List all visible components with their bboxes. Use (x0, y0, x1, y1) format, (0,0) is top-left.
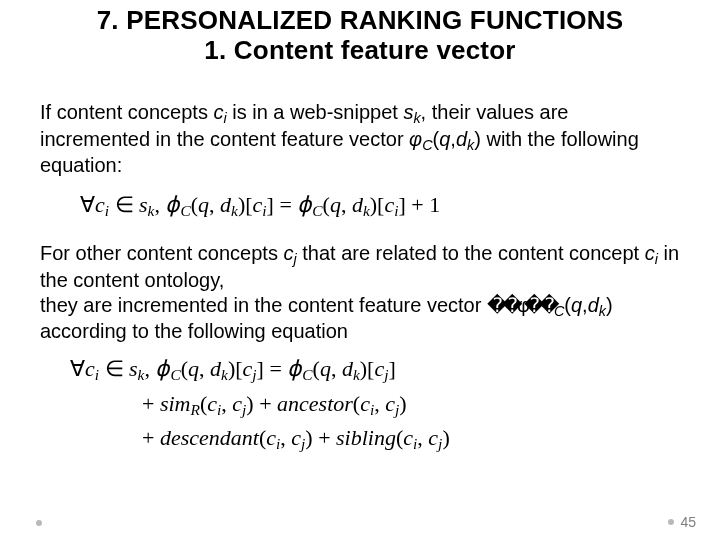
page-number-wrap: 45 (668, 514, 696, 530)
p1-text: ) (474, 128, 481, 150)
page-number: 45 (680, 514, 696, 530)
paragraph-1: If content concepts ci is in a web-snipp… (40, 100, 680, 178)
footer-bullet-right (668, 519, 674, 525)
var-sk: s (403, 101, 413, 123)
var-dk: d (456, 128, 467, 150)
p2-text: ) (606, 294, 613, 316)
var-phi-sub: C (554, 302, 564, 318)
slide: 7. PERSONALIZED RANKING FUNCTIONS 1. Con… (0, 0, 720, 540)
equation-2-line1: ∀ci ∈ sk, ϕC(q, dk)[cj] = ϕC(q, dk)[cj] (70, 352, 680, 386)
equation-2-line2: + simR(ci, cj) + ancestor(ci, cj) (70, 387, 680, 421)
p2-text: For other content concepts (40, 242, 283, 264)
var-dk: d (588, 294, 599, 316)
var-ci: c (213, 101, 223, 123)
p1-text: If content concepts (40, 101, 213, 123)
var-q: q (571, 294, 582, 316)
var-q: q (439, 128, 450, 150)
equation-2-wrap: ∀ci ∈ sk, ϕC(q, dk)[cj] = ϕC(q, dk)[cj] … (70, 352, 680, 455)
var-phi: φ (409, 128, 422, 150)
footer-bullet-left (36, 520, 42, 526)
equation-1-wrap: ∀ci ∈ sk, ϕC(q, dk)[ci] = ϕC(q, dk)[ci] … (80, 188, 680, 222)
p2-text: they are incremented in the content feat… (40, 294, 487, 316)
slide-body: If content concepts ci is in a web-snipp… (40, 100, 680, 456)
var-cj: c (283, 242, 293, 264)
p2-text: according to the following equation (40, 320, 348, 342)
equation-2-line3: + descendant(ci, cj) + sibling(ci, cj) (70, 421, 680, 455)
var-dk-sub: k (599, 302, 606, 318)
var-phi-sub: C (422, 136, 432, 152)
glitch-chars: ��φ�� (487, 294, 554, 316)
p1-text: is in a web-snippet (227, 101, 404, 123)
equation-2: ∀ci ∈ sk, ϕC(q, dk)[cj] = ϕC(q, dk)[cj] … (70, 352, 680, 455)
var-ci: c (645, 242, 655, 264)
paragraph-2: For other content concepts cj that are r… (40, 241, 680, 344)
p2-text: ( (564, 294, 571, 316)
slide-title: 7. PERSONALIZED RANKING FUNCTIONS 1. Con… (0, 6, 720, 66)
p2-text: that are related to the content concept (297, 242, 645, 264)
equation-1: ∀ci ∈ sk, ϕC(q, dk)[ci] = ϕC(q, dk)[ci] … (80, 188, 680, 222)
var-sk-sub: k (413, 110, 420, 126)
